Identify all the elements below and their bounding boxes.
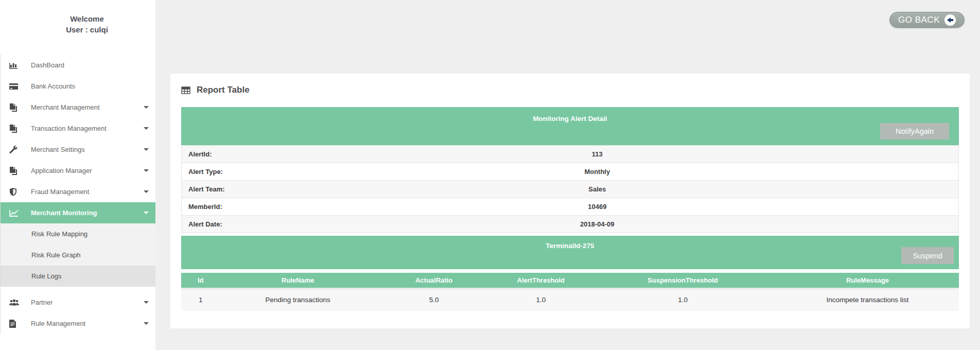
terminal-panel-header: TerminalId-275 Suspend: [181, 236, 959, 269]
chevron-down-icon: [144, 190, 149, 193]
wrench-icon: [9, 146, 23, 154]
detail-value: Sales: [391, 185, 803, 193]
chevron-down-icon: [144, 148, 149, 151]
sidebar-item-label: Transaction Management: [31, 125, 107, 132]
column-header-rulename: RuleName: [220, 273, 376, 290]
sidebar-subitem-label: Risk Rule Mapping: [31, 230, 87, 238]
sidebar-item-rule-management[interactable]: Rule Management: [1, 313, 155, 334]
chevron-down-icon: [144, 322, 149, 325]
sidebar-item-label: Merchant Monitoring: [31, 209, 97, 217]
sidebar-subitem-label: Rule Logs: [31, 272, 62, 280]
sidebar-item-label: Application Manager: [31, 167, 92, 174]
sidebar-item-merchant-settings[interactable]: Merchant Settings: [1, 139, 155, 160]
chevron-down-icon: [144, 301, 149, 304]
rule-table-header-row: Id RuleName ActualRatio AlertThreshold S…: [181, 273, 959, 290]
alert-panel-title: Monitoring Alert Detail: [181, 107, 959, 122]
sidebar-subitem-risk-rule-graph[interactable]: Risk Rule Graph: [1, 244, 155, 266]
rule-table: Id RuleName ActualRatio AlertThreshold S…: [181, 273, 959, 310]
notify-again-button[interactable]: NotifyAgain: [880, 123, 949, 139]
go-back-label: GO BACK: [898, 15, 940, 25]
back-arrow-icon: [944, 14, 956, 26]
welcome-username: User : culqi: [40, 24, 134, 35]
cell-rulename: Pending transactions: [220, 290, 376, 310]
sidebar-item-label: Bank Accounts: [31, 82, 75, 90]
suspend-button[interactable]: Suspend: [901, 247, 954, 264]
column-header-alertthreshold: AlertThreshold: [492, 273, 589, 290]
cell-suspensionthreshold: 1.0: [589, 290, 776, 310]
sidebar-subitem-rule-logs[interactable]: Rule Logs: [1, 266, 155, 287]
sidebar-item-label: Merchant Management: [31, 103, 100, 111]
table-row: 1 Pending transactions 5.0 1.0 1.0 Incom…: [181, 290, 959, 310]
sidebar: Welcome User : culqi DashBoard Bank Acco…: [0, 0, 155, 350]
sidebar-nav: DashBoard Bank Accounts Merchant Managem…: [0, 55, 155, 334]
sidebar-item-label: Fraud Management: [31, 188, 89, 196]
bar-chart-icon: [9, 61, 23, 69]
page-title-text: Report Table: [197, 85, 250, 95]
sidebar-item-application-manager[interactable]: Application Manager: [1, 160, 155, 181]
terminal-panel-title: TerminalId-275: [181, 236, 959, 250]
detail-row-alert-team: Alert Team: Sales: [181, 180, 959, 198]
shield-icon: [9, 188, 23, 196]
sidebar-item-fraud-management[interactable]: Fraud Management: [1, 181, 155, 202]
credit-card-icon: [9, 83, 23, 90]
alert-panel-header: Monitoring Alert Detail NotifyAgain: [181, 107, 959, 145]
chevron-down-icon: [144, 127, 149, 130]
detail-value: 10469: [391, 203, 803, 211]
welcome-text: Welcome User : culqi: [0, 0, 134, 35]
sidebar-item-transaction-management[interactable]: Transaction Management: [1, 118, 155, 139]
sidebar-item-partner[interactable]: Partner: [1, 292, 155, 313]
column-header-suspensionthreshold: SuspensionThreshold: [589, 273, 776, 290]
detail-label: Alert Team:: [182, 185, 391, 193]
report-card: Report Table Monitoring Alert Detail Not…: [170, 74, 970, 328]
cell-alertthreshold: 1.0: [492, 290, 589, 310]
alert-detail-list: AlertId: 113 Alert Type: Monthly Alert T…: [181, 145, 959, 233]
cell-id: 1: [181, 290, 220, 310]
detail-label: AlertId:: [182, 150, 391, 158]
detail-row-member-id: MemberId: 10469: [181, 198, 959, 216]
sidebar-subitem-risk-rule-mapping[interactable]: Risk Rule Mapping: [1, 223, 155, 244]
chevron-down-icon: [144, 106, 149, 109]
detail-label: MemberId:: [182, 203, 391, 211]
nav-gap: [1, 287, 155, 292]
sidebar-item-merchant-monitoring[interactable]: Merchant Monitoring: [1, 202, 155, 223]
users-icon: [9, 299, 23, 306]
page-title: Report Table: [181, 74, 959, 99]
copy-icon: [9, 103, 23, 112]
sidebar-item-merchant-management[interactable]: Merchant Management: [1, 97, 155, 118]
sidebar-item-dashboard[interactable]: DashBoard: [1, 55, 155, 76]
detail-label: Alert Type:: [182, 168, 391, 176]
cell-rulemessage: Incompete transactions list: [776, 290, 959, 310]
cell-actualratio: 5.0: [376, 290, 493, 310]
copy-icon: [9, 167, 23, 175]
column-header-rulemessage: RuleMessage: [776, 273, 959, 290]
sidebar-item-label: Partner: [31, 299, 53, 306]
detail-value: Monthly: [391, 168, 803, 176]
sidebar-item-label: DashBoard: [31, 61, 64, 69]
welcome-line1: Welcome: [40, 13, 134, 24]
table-icon: [181, 86, 190, 94]
chevron-down-icon: [144, 169, 149, 172]
column-header-id: Id: [181, 273, 220, 290]
detail-label: Alert Date:: [182, 220, 391, 228]
copy-icon: [9, 125, 23, 133]
detail-row-alert-type: Alert Type: Monthly: [181, 163, 959, 181]
detail-value: 113: [391, 150, 803, 158]
sidebar-item-label: Merchant Settings: [31, 146, 85, 153]
document-icon: [9, 320, 23, 328]
sidebar-item-label: Rule Management: [31, 320, 85, 327]
column-header-actualratio: ActualRatio: [376, 273, 493, 290]
go-back-button[interactable]: GO BACK: [889, 12, 965, 28]
line-chart-icon: [9, 209, 23, 217]
sidebar-subitem-label: Risk Rule Graph: [31, 251, 80, 259]
chevron-down-icon: [144, 212, 149, 214]
sidebar-item-bank-accounts[interactable]: Bank Accounts: [1, 76, 155, 97]
detail-row-alert-date: Alert Date: 2018-04-09: [181, 215, 959, 233]
detail-row-alert-id: AlertId: 113: [181, 145, 959, 163]
detail-value: 2018-04-09: [391, 220, 803, 228]
